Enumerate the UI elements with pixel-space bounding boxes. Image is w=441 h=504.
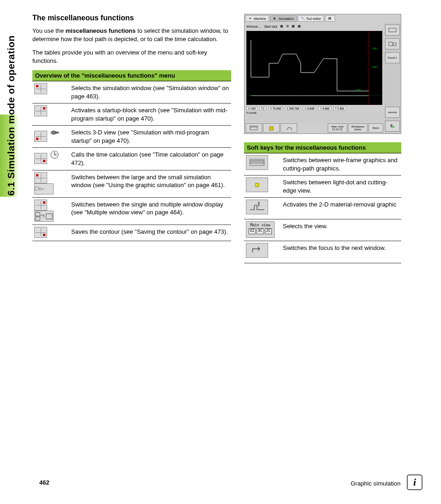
simulation-plot: 030 040 0-30 bbox=[246, 31, 382, 105]
page-footer: 462 Graphic simulation i bbox=[39, 474, 423, 490]
side-tab-label: 6.1 Simulation mode of operation bbox=[6, 35, 17, 195]
table-desc: Activates a startup-block search (see "S… bbox=[69, 103, 231, 126]
scr-status-bar: N 102 T1 X 75.000 Z 252.790 C 0.000 Y 0.… bbox=[245, 106, 384, 111]
svg-rect-5 bbox=[35, 187, 38, 189]
scr-menu-startblck[interactable]: Start blck bbox=[264, 25, 277, 28]
scr-softkey[interactable] bbox=[281, 123, 297, 133]
misc-functions-table: Overview of the "miscellaneous functions… bbox=[32, 70, 231, 241]
scr-softkey-workpiece[interactable]: Workpiece blank bbox=[348, 123, 368, 133]
svg-text:030: 030 bbox=[372, 47, 377, 50]
arrow-right-icon: ➔ bbox=[249, 17, 252, 20]
scr-softkey-bar: Main viewXZ XC ZC Workpiece blank Back bbox=[245, 122, 384, 134]
grid-icon bbox=[34, 131, 47, 142]
svg-rect-6 bbox=[39, 188, 41, 189]
simulation-screenshot: ➔Machine ◈Simulation 🔧Tool editor ▤ Wind… bbox=[244, 14, 401, 134]
footer-section: Graphic simulation bbox=[351, 480, 401, 487]
svg-rect-21 bbox=[250, 159, 264, 165]
grid-icon bbox=[34, 153, 47, 164]
softkeys-table: Soft keys for the miscellaneous function… bbox=[244, 142, 401, 263]
grid-icon bbox=[34, 83, 47, 94]
scr-side-service[interactable]: service bbox=[385, 107, 400, 118]
scr-softkey-back[interactable]: Back bbox=[368, 123, 383, 133]
multi-window-icon bbox=[34, 211, 54, 222]
tool-icon: 🔧 bbox=[301, 17, 305, 20]
light-dot-icon bbox=[246, 177, 268, 192]
diamond-icon: ◈ bbox=[273, 17, 277, 20]
doc-icon: ▤ bbox=[328, 17, 332, 20]
scr-side-btn[interactable] bbox=[385, 38, 400, 49]
window-toggle-icon bbox=[34, 183, 54, 194]
scr-tab-machine[interactable]: ➔Machine bbox=[245, 15, 269, 22]
grid-icon bbox=[34, 172, 47, 183]
table-desc: Selects the view. bbox=[281, 219, 401, 241]
scr-side-channel[interactable]: Kanal 1 bbox=[385, 52, 400, 63]
svg-marker-25 bbox=[255, 183, 259, 187]
scr-tab-simulation[interactable]: ◈Simulation bbox=[270, 15, 297, 22]
svg-rect-1 bbox=[55, 132, 58, 134]
main-view-softkey: Main view XZXCZC bbox=[246, 221, 275, 238]
grid-icon[interactable]: ▦ bbox=[298, 24, 301, 28]
page-number: 462 bbox=[39, 479, 49, 486]
table-desc: Activates the 2-D material-removal graph… bbox=[281, 198, 401, 219]
svg-rect-7 bbox=[36, 212, 40, 216]
wireframe-icon bbox=[246, 155, 268, 170]
table-desc: Switches between the single and multiple… bbox=[69, 197, 231, 225]
scr-tab-extra[interactable]: ▤ bbox=[325, 15, 335, 22]
svg-rect-20 bbox=[270, 127, 273, 130]
svg-text:040: 040 bbox=[372, 66, 377, 68]
scr-side-panel: Kanal 1 service T▶ bbox=[384, 23, 401, 134]
scr-side-t[interactable]: T▶ bbox=[385, 121, 400, 132]
grid-icon bbox=[34, 105, 47, 116]
table-desc: Switches between the large and the small… bbox=[69, 170, 231, 197]
scr-menu-window[interactable]: Window… bbox=[246, 25, 261, 28]
table1-header: Overview of the "miscellaneous functions… bbox=[32, 70, 231, 81]
scr-toolbar: Window… Start blck ▦ ⚙ ▦ ▦ Misc bbox=[245, 23, 401, 30]
scr-softkey-mainview[interactable]: Main viewXZ XC ZC bbox=[328, 123, 347, 133]
svg-rect-18 bbox=[250, 126, 257, 130]
scr-tab-tool-editor[interactable]: 🔧Tool editor bbox=[298, 15, 324, 22]
scr-tabs: ➔Machine ◈Simulation 🔧Tool editor ▤ bbox=[245, 14, 401, 23]
settings-icon[interactable]: ⚙ bbox=[286, 24, 289, 28]
svg-rect-15 bbox=[389, 28, 396, 32]
table-desc: Switches between wire-frame graphics and… bbox=[281, 153, 401, 176]
table-desc: Selects 3-D view (see "Simulation with m… bbox=[69, 126, 231, 148]
table-desc: Calls the time calculation (see "Time ca… bbox=[69, 148, 231, 170]
focus-next-icon bbox=[246, 243, 268, 258]
svg-rect-26 bbox=[258, 202, 260, 206]
grid-icon[interactable]: ▦ bbox=[280, 24, 283, 28]
table-desc: Switches between light-dot and cutting-e… bbox=[281, 176, 401, 198]
grid-icon bbox=[34, 227, 47, 238]
svg-text:0-30: 0-30 bbox=[355, 89, 361, 91]
table-desc: Saves the contour (see "Saving the conto… bbox=[69, 225, 231, 241]
intro-paragraph-1: You use the miscellaneous functions to s… bbox=[32, 27, 231, 43]
svg-rect-8 bbox=[36, 217, 40, 220]
svg-rect-9 bbox=[46, 213, 52, 219]
table-desc: Selects the simulation window (see "Simu… bbox=[69, 81, 231, 103]
svg-rect-16 bbox=[389, 42, 392, 46]
svg-rect-17 bbox=[393, 43, 396, 46]
tool-3d-icon bbox=[49, 132, 60, 139]
side-tab: 6.1 Simulation mode of operation bbox=[0, 14, 22, 217]
clock-icon bbox=[49, 154, 60, 161]
grid-icon[interactable]: ▦ bbox=[292, 24, 295, 28]
scr-status-pct: % pobal bbox=[245, 111, 384, 114]
scr-softkey[interactable] bbox=[263, 123, 280, 133]
scr-softkey[interactable] bbox=[245, 123, 262, 133]
section-heading: The miscellaneous functions bbox=[32, 14, 231, 22]
grid-icon bbox=[34, 200, 47, 211]
intro-paragraph-2: The tables provide you with an overview … bbox=[32, 49, 231, 65]
table-desc: Switches the focus to the next window. bbox=[281, 241, 401, 263]
material-removal-icon bbox=[246, 200, 268, 214]
scr-side-btn[interactable] bbox=[385, 24, 400, 36]
table2-header: Soft keys for the miscellaneous function… bbox=[244, 142, 401, 153]
info-icon: i bbox=[407, 474, 423, 490]
